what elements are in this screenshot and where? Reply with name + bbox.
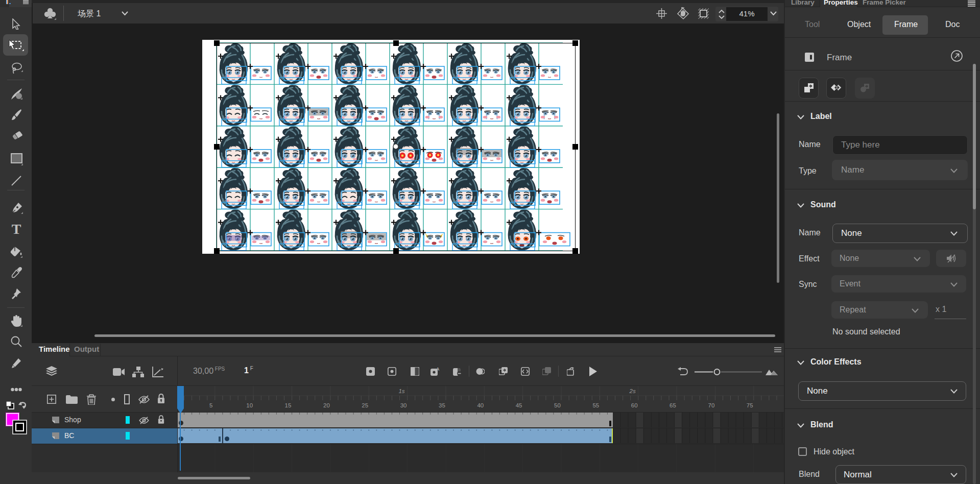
- svg-text:5: 5: [209, 402, 212, 408]
- svg-text:65: 65: [670, 402, 676, 408]
- svg-text:75: 75: [747, 402, 753, 408]
- svg-text:35: 35: [439, 402, 445, 408]
- svg-text:25: 25: [362, 402, 368, 408]
- svg-text:60: 60: [631, 402, 638, 408]
- svg-text:45: 45: [516, 402, 522, 408]
- svg-text:40: 40: [477, 402, 484, 408]
- svg-text:55: 55: [592, 402, 599, 408]
- svg-text:2s: 2s: [629, 388, 636, 394]
- svg-text:10: 10: [246, 402, 253, 408]
- svg-text:70: 70: [708, 402, 715, 408]
- svg-text:15: 15: [285, 402, 292, 408]
- svg-text:50: 50: [554, 402, 561, 408]
- svg-text:20: 20: [323, 402, 330, 408]
- svg-text:30: 30: [400, 402, 407, 408]
- svg-text:1s: 1s: [398, 388, 404, 394]
- svg-text:A: A: [436, 367, 439, 372]
